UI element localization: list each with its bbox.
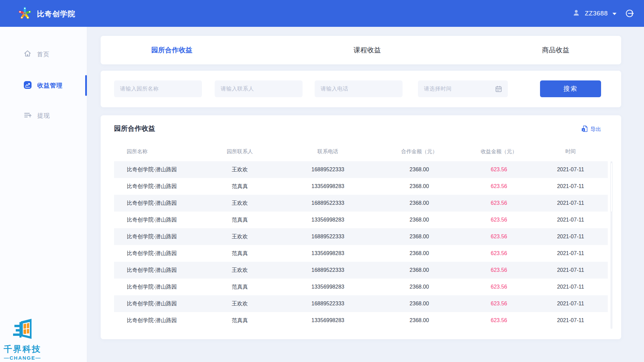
table-cell: 比奇创学院-潜山路园 — [114, 233, 198, 240]
table-cell: 2021-07-11 — [533, 317, 608, 323]
table-row: 比奇创学院-潜山路园王欢欢168895223332368.00623.56202… — [114, 161, 608, 178]
table-scrollbar-track[interactable] — [610, 161, 612, 329]
table-row: 比奇创学院-潜山路园范真真133569982832368.00623.56202… — [114, 312, 608, 329]
table-row: 比奇创学院-潜山路园范真真133569982832368.00623.56202… — [114, 178, 608, 195]
table-cell: 623.56 — [465, 250, 533, 256]
table-header-row: 园所名称 园所联系人 联系电话 合作金额（元） 收益金额（元） 时间 — [114, 144, 608, 159]
table-cell: 16889522333 — [282, 234, 374, 240]
sidebar-item-home[interactable]: 首页 — [0, 45, 87, 64]
table-cell: 2368.00 — [374, 250, 465, 256]
table-cell: 623.56 — [465, 183, 533, 189]
excel-file-icon: x — [581, 125, 588, 133]
table-cell: 2021-07-11 — [533, 217, 608, 223]
table-title: 园所合作收益 — [114, 124, 155, 133]
table-body: 比奇创学院-潜山路园王欢欢168895223332368.00623.56202… — [114, 161, 608, 329]
table-cell: 2021-07-11 — [533, 250, 608, 256]
date-picker-input[interactable] — [418, 80, 508, 97]
search-filter-bar: 搜索 — [101, 71, 621, 107]
park-name-input[interactable] — [114, 80, 202, 97]
table-row: 比奇创学院-潜山路园王欢欢168895223332368.00623.56202… — [114, 262, 608, 279]
sidebar-item-label: 提现 — [37, 112, 50, 120]
table-cell: 2368.00 — [374, 234, 465, 240]
withdraw-icon — [23, 111, 32, 121]
sidebar: 首页 收益管理 提现 — [0, 27, 87, 362]
table-cell: 13356998283 — [282, 317, 374, 323]
chevron-down-icon[interactable] — [612, 13, 616, 15]
table-cell: 13356998283 — [282, 284, 374, 290]
user-avatar-icon — [572, 9, 580, 18]
revenue-table-card: 园所合作收益 x 导出 园所名称 园所联系人 联系电话 合作金额（元） 收益金额… — [101, 115, 621, 339]
table-cell: 16889522333 — [282, 301, 374, 307]
table-cell: 比奇创学院-潜山路园 — [114, 217, 198, 224]
table-cell: 2368.00 — [374, 267, 465, 273]
table-cell: 2021-07-11 — [533, 234, 608, 240]
table-cell: 623.56 — [465, 267, 533, 273]
table-cell: 623.56 — [465, 200, 533, 206]
table-cell: 623.56 — [465, 167, 533, 173]
revenue-chart-icon — [23, 81, 32, 90]
table-cell: 比奇创学院-潜山路园 — [114, 284, 198, 291]
export-button[interactable]: x 导出 — [581, 125, 601, 133]
table-cell: 16889522333 — [282, 200, 374, 206]
table-cell: 比奇创学院-潜山路园 — [114, 200, 198, 207]
table-row: 比奇创学院-潜山路园范真真133569982832368.00623.56202… — [114, 245, 608, 262]
table-cell: 13356998283 — [282, 250, 374, 256]
table-cell: 范真真 — [198, 183, 282, 190]
column-header: 时间 — [533, 148, 608, 155]
table-cell: 2021-07-11 — [533, 200, 608, 206]
column-header: 联系电话 — [282, 148, 374, 155]
table-cell: 2021-07-11 — [533, 167, 608, 173]
logout-button[interactable] — [625, 9, 635, 18]
table-cell: 范真真 — [198, 284, 282, 291]
table-cell: 比奇创学院-潜山路园 — [114, 317, 198, 324]
top-header-bar: 比奇创学院 ZZ3688 — [0, 0, 644, 27]
table-row: 比奇创学院-潜山路园王欢欢168895223332368.00623.56202… — [114, 228, 608, 245]
table-cell: 王欢欢 — [198, 300, 282, 307]
table-cell: 2368.00 — [374, 183, 465, 189]
table-row: 比奇创学院-潜山路园范真真133569982832368.00623.56202… — [114, 279, 608, 295]
footer-logo: 千界科技 —CHANGE— — [0, 318, 45, 361]
table-cell: 2368.00 — [374, 167, 465, 173]
sidebar-item-label: 首页 — [37, 50, 50, 58]
column-header: 园所名称 — [114, 148, 198, 155]
table-cell: 2021-07-11 — [533, 183, 608, 189]
table-cell: 2368.00 — [374, 317, 465, 323]
table-scrollbar-thumb[interactable] — [610, 163, 612, 212]
table-cell: 623.56 — [465, 217, 533, 223]
table-cell: 2021-07-11 — [533, 267, 608, 273]
table-cell: 范真真 — [198, 217, 282, 224]
table-cell: 王欢欢 — [198, 200, 282, 207]
table-cell: 范真真 — [198, 250, 282, 257]
footer-logo-subtitle: —CHANGE— — [0, 355, 45, 361]
sidebar-item-revenue[interactable]: 收益管理 — [0, 76, 87, 95]
table-cell: 王欢欢 — [198, 233, 282, 240]
sidebar-item-withdraw[interactable]: 提现 — [0, 106, 87, 125]
table-cell: 比奇创学院-潜山路园 — [114, 250, 198, 257]
search-button[interactable]: 搜索 — [540, 80, 601, 97]
footer-logo-mark-icon — [11, 337, 34, 343]
table-row: 比奇创学院-潜山路园范真真133569982832368.00623.56202… — [114, 212, 608, 228]
table-cell: 2368.00 — [374, 284, 465, 290]
contact-input[interactable] — [215, 80, 303, 97]
table-cell: 王欢欢 — [198, 166, 282, 173]
tab-park-cooperation-revenue[interactable]: 园所合作收益 — [151, 46, 193, 55]
table-cell: 2021-07-11 — [533, 301, 608, 307]
table-cell: 范真真 — [198, 317, 282, 324]
tab-product-revenue[interactable]: 商品收益 — [542, 46, 570, 55]
table-cell: 16889522333 — [282, 167, 374, 173]
column-header: 收益金额（元） — [465, 148, 533, 155]
table-cell: 623.56 — [465, 234, 533, 240]
phone-input[interactable] — [315, 80, 402, 97]
home-icon — [23, 50, 32, 59]
table-cell: 13356998283 — [282, 217, 374, 223]
table-cell: 2368.00 — [374, 217, 465, 223]
table-cell: 13356998283 — [282, 183, 374, 189]
active-indicator — [85, 75, 87, 96]
sidebar-item-label: 收益管理 — [37, 81, 63, 89]
footer-logo-name: 千界科技 — [0, 344, 45, 355]
tab-course-revenue[interactable]: 课程收益 — [354, 46, 381, 55]
table-cell: 2368.00 — [374, 200, 465, 206]
username-label[interactable]: ZZ3688 — [585, 10, 608, 17]
table-cell: 比奇创学院-潜山路园 — [114, 183, 198, 190]
table-cell: 16889522333 — [282, 267, 374, 273]
